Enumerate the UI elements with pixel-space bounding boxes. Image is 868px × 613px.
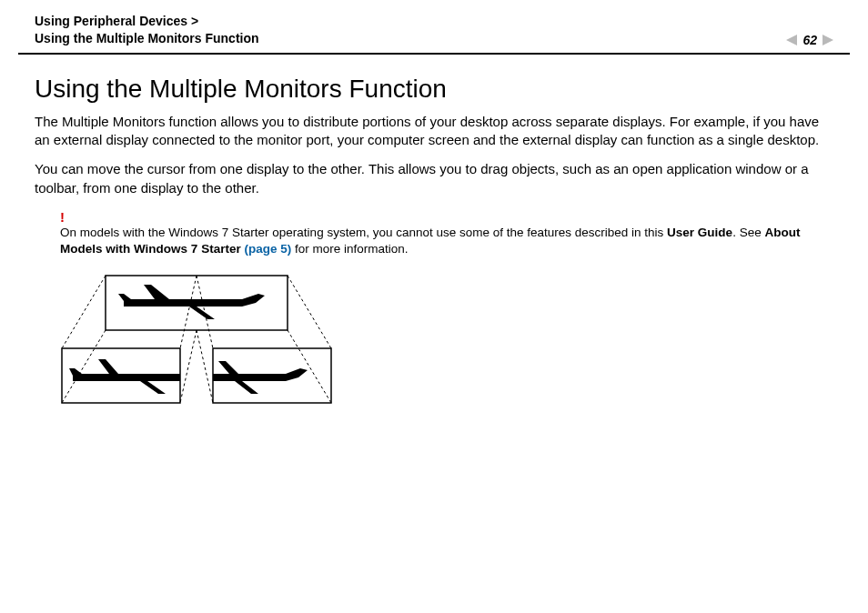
note-bold: User Guide xyxy=(667,226,732,239)
breadcrumb-line2: Using the Multiple Monitors Function xyxy=(35,31,259,45)
note-text: for more information. xyxy=(291,242,408,256)
warning-note: ! On models with the Windows 7 Starter o… xyxy=(60,208,833,258)
note-link[interactable]: (page 5) xyxy=(244,242,291,256)
page-number: 62 xyxy=(802,33,817,47)
warning-icon: ! xyxy=(60,208,833,226)
svg-line-3 xyxy=(180,330,197,403)
page-navigator: 62 xyxy=(786,33,833,47)
note-text: On models with the Windows 7 Starter ope… xyxy=(60,226,667,239)
prev-page-icon[interactable] xyxy=(786,35,797,45)
page-title: Using the Multiple Monitors Function xyxy=(35,75,833,104)
svg-line-0 xyxy=(62,276,106,348)
next-page-icon[interactable] xyxy=(823,35,833,45)
body-paragraph: The Multiple Monitors function allows yo… xyxy=(35,113,833,150)
breadcrumb-line1: Using Peripheral Devices > xyxy=(35,14,198,28)
multi-monitor-diagram xyxy=(60,274,333,414)
breadcrumb: Using Peripheral Devices > Using the Mul… xyxy=(35,13,259,47)
note-text: . See xyxy=(732,226,764,239)
svg-line-6 xyxy=(288,276,331,348)
body-paragraph: You can move the cursor from one display… xyxy=(35,160,833,197)
svg-line-5 xyxy=(197,330,213,403)
